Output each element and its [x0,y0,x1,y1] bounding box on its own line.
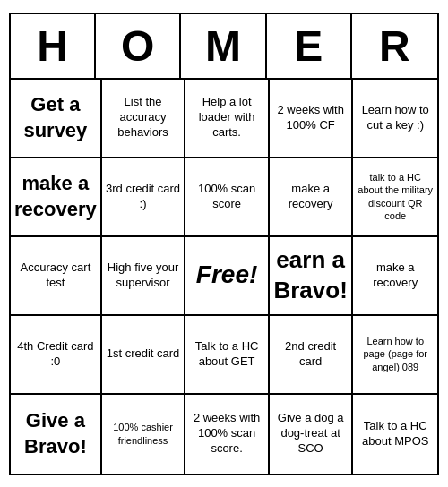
bingo-cell: List the accuracy behaviors [102,80,186,158]
bingo-cell: Learn how to page (page for angel) 089 [353,316,437,395]
bingo-cell: 4th Credit card :0 [11,316,102,395]
bingo-cell: 2nd credit card [270,316,354,395]
bingo-cell: Learn how to cut a key :) [353,80,437,158]
bingo-cell: earn a Bravo! [270,237,354,316]
bingo-letter: M [181,14,266,80]
bingo-cell: 100% cashier friendliness [102,395,186,474]
bingo-letter: H [11,14,96,80]
bingo-cell: 1st credit card [102,316,186,395]
bingo-letter: R [352,14,437,80]
bingo-cell: Give a dog a dog-treat at SCO [270,395,354,474]
bingo-cell: Talk to a HC about GET [185,316,270,395]
bingo-cell: 2 weeks with 100% CF [270,80,354,158]
bingo-cell: Help a lot loader with carts. [185,80,270,158]
bingo-letter: O [96,14,181,80]
bingo-cell: 100% scan score [185,158,270,237]
bingo-cell: Accuracy cart test [11,237,102,316]
bingo-header: HOMER [11,14,437,80]
bingo-cell: Free! [185,237,270,316]
bingo-cell: Give a Bravo! [11,395,102,474]
bingo-cell: 3rd credit card :) [102,158,186,237]
bingo-letter: E [267,14,352,80]
bingo-cell: talk to a HC about the military discount… [353,158,437,237]
bingo-cell: Get a survey [11,80,102,158]
bingo-cell: make a recovery [270,158,354,237]
bingo-cell: 2 weeks with 100% scan score. [185,395,270,474]
bingo-grid: Get a surveyList the accuracy behaviorsH… [11,80,437,474]
bingo-cell: make a recovery [353,237,437,316]
bingo-card: HOMER Get a surveyList the accuracy beha… [9,13,439,475]
bingo-cell: make a recovery [11,158,102,237]
bingo-cell: Talk to a HC about MPOS [353,395,437,474]
bingo-cell: High five your supervisor [102,237,186,316]
